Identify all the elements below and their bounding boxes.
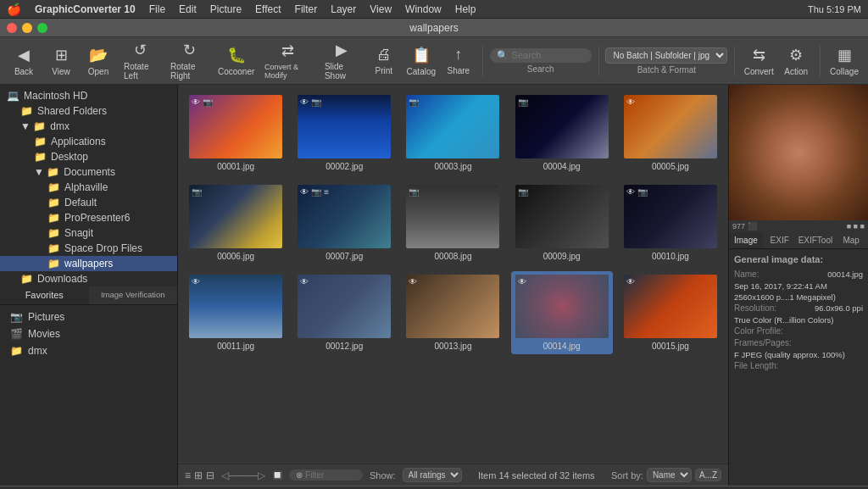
sidebar-item-alphaville[interactable]: 📁 Alphaville (0, 180, 177, 195)
collage-button[interactable]: ▦ Collage (827, 42, 861, 80)
batch-select[interactable]: No Batch | Subfolder | jpg (605, 47, 727, 64)
thumbnail-label: 00010.jpg (652, 252, 689, 261)
show-select[interactable]: All ratings (403, 468, 462, 482)
overlay-icon: 📷 (518, 97, 528, 107)
sidebar: 💻 Macintosh HD 📁 Shared Folders ▼ 📁 dmx … (0, 85, 178, 486)
thumbnail-item[interactable]: 📷00003.jpg (402, 92, 504, 175)
cocooner-button[interactable]: 🐛 Cocooner (216, 42, 256, 80)
menu-window[interactable]: Window (405, 3, 442, 15)
thumbnail-item[interactable]: 👁00014.jpg (511, 271, 613, 354)
rotate-right-button[interactable]: ↻ Rotate Right (165, 37, 213, 84)
menu-effect[interactable]: Effect (255, 3, 281, 15)
sidebar-item-wallpapers[interactable]: 📁 wallpapers (0, 256, 177, 271)
sidebar-item-dmx[interactable]: ▼ 📁 dmx (0, 119, 177, 134)
zoom-icon: 🔲 (272, 470, 282, 480)
convert-button[interactable]: ⇆ Convert (742, 42, 776, 80)
tab-exiftool[interactable]: EXIFTool (797, 232, 835, 248)
thumbnail-item[interactable]: 📷00006.jpg (185, 181, 287, 264)
icon-view-button[interactable]: ⊟ (206, 470, 214, 481)
share-button[interactable]: ↑ Share (442, 42, 476, 79)
thumbnail-image: 👁📷≡ (298, 185, 391, 248)
menu-layer[interactable]: Layer (331, 3, 356, 15)
fav-pictures[interactable]: 📷 Pictures (0, 308, 177, 325)
exif-resolution: Resolution: 96.0x96.0 ppi (734, 303, 863, 313)
fav-dmx[interactable]: 📁 dmx (0, 342, 177, 359)
overlay-icon: 👁 (300, 277, 309, 286)
thumbnail-item[interactable]: 👁00011.jpg (185, 271, 287, 354)
catalog-icon: 📋 (412, 46, 431, 64)
grid-view-button[interactable]: ⊞ (194, 470, 203, 481)
thumbnail-item[interactable]: 👁📷≡00007.jpg (293, 181, 395, 264)
menu-filter[interactable]: Filter (295, 3, 318, 15)
thumbnail-image: 📷 (406, 185, 499, 248)
sidebar-item-default[interactable]: 📁 Default (0, 195, 177, 210)
action-button[interactable]: ⚙ Action (779, 42, 813, 80)
sidebar-item-macintosh-hd[interactable]: 💻 Macintosh HD (0, 88, 177, 103)
filter-input[interactable] (305, 470, 356, 480)
back-button[interactable]: ◀ Back (7, 42, 41, 80)
list-view-button[interactable]: ≡ (185, 470, 191, 481)
slideshow-button[interactable]: ▶ Slide Show (320, 37, 364, 84)
search-box[interactable]: 🔍 (490, 48, 592, 63)
tab-image-verification[interactable]: Image Verification (89, 286, 178, 304)
sidebar-item-propresenter6[interactable]: 📁 ProPresenter6 (0, 210, 177, 225)
view-button[interactable]: ⊞ View (44, 42, 78, 80)
apple-menu[interactable]: 🍎 (7, 3, 21, 16)
sidebar-item-shared-folders[interactable]: 📁 Shared Folders (0, 103, 177, 119)
menu-help[interactable]: Help (455, 3, 476, 15)
sidebar-item-downloads[interactable]: 📁 Downloads (0, 271, 177, 286)
print-button[interactable]: 🖨 Print (367, 42, 401, 79)
search-area: 🔍 Search (490, 48, 592, 74)
thumbnail-label: 00004.jpg (543, 162, 581, 171)
thumbnail-item[interactable]: 👁00015.jpg (620, 271, 721, 354)
sidebar-item-desktop[interactable]: 📁 Desktop (0, 149, 177, 164)
thumbnail-image: 👁📷 (298, 95, 391, 158)
thumbnail-item[interactable]: 👁00005.jpg (620, 92, 721, 175)
fav-movies[interactable]: 🎬 Movies (0, 325, 177, 342)
sidebar-item-snagit[interactable]: 📁 Snagit (0, 225, 177, 241)
thumbnail-image: 📷 (515, 95, 609, 158)
tab-favorites[interactable]: Favorites (0, 286, 89, 304)
thumbnail-item[interactable]: 👁📷00002.jpg (293, 92, 395, 175)
menu-edit[interactable]: Edit (179, 3, 197, 15)
filter-box[interactable]: ⊗ (289, 470, 363, 481)
statusbar-left: ≡ ⊞ ⊟ ◁────▷ 🔲 ⊗ Show: All ratings (185, 468, 462, 482)
thumbnail-label: 00014.jpg (543, 342, 581, 351)
catalog-button[interactable]: 📋 Catalog (404, 42, 438, 80)
view-icon: ⊞ (55, 46, 68, 64)
zoom-slider-area[interactable]: ◁────▷ (221, 470, 265, 481)
thumbnail-item[interactable]: 👁00013.jpg (402, 271, 504, 354)
window-minimize[interactable] (22, 23, 32, 33)
az-button[interactable]: A...Z (695, 469, 721, 481)
sort-select[interactable]: Name (647, 468, 692, 482)
app-name[interactable]: GraphicConverter 10 (35, 3, 136, 15)
rotate-left-icon: ↺ (134, 41, 147, 59)
sidebar-item-space-drop[interactable]: 📁 Space Drop Files (0, 241, 177, 256)
thumbnail-label: 00005.jpg (652, 162, 689, 171)
convert-modify-button[interactable]: ⇄ Convert & Modify (259, 38, 316, 83)
alphaville-icon: 📁 (47, 181, 60, 193)
applications-folder-icon: 📁 (34, 136, 47, 147)
rotate-left-button[interactable]: ↺ Rotate Left (119, 37, 162, 84)
thumbnail-item[interactable]: 📷00004.jpg (511, 92, 613, 175)
menu-picture[interactable]: Picture (210, 3, 242, 15)
menu-view[interactable]: View (370, 3, 392, 15)
window-maximize[interactable] (37, 23, 47, 33)
tab-exif[interactable]: EXIF (763, 232, 797, 248)
thumb-overlay: 👁 (626, 277, 635, 286)
sidebar-item-applications[interactable]: 📁 Applications (0, 134, 177, 149)
search-input[interactable] (512, 50, 588, 60)
thumbnail-item[interactable]: 📷00009.jpg (511, 181, 613, 264)
open-button[interactable]: 📂 Open (81, 42, 115, 80)
window-close[interactable] (7, 23, 17, 33)
tab-image[interactable]: Image (729, 232, 763, 248)
thumbnail-item[interactable]: 👁00012.jpg (293, 271, 395, 354)
tab-map[interactable]: Map (834, 232, 868, 248)
thumb-overlay: 📷 (192, 187, 202, 197)
thumbnail-item[interactable]: 👁📷00010.jpg (620, 181, 721, 264)
menu-file[interactable]: File (149, 3, 165, 15)
thumbnail-item[interactable]: 👁📷00001.jpg (185, 92, 287, 175)
view-buttons: ≡ ⊞ ⊟ (185, 470, 214, 481)
thumbnail-item[interactable]: 📷00008.jpg (402, 181, 504, 264)
sidebar-item-documents[interactable]: ▼ 📁 Documents (0, 164, 177, 180)
